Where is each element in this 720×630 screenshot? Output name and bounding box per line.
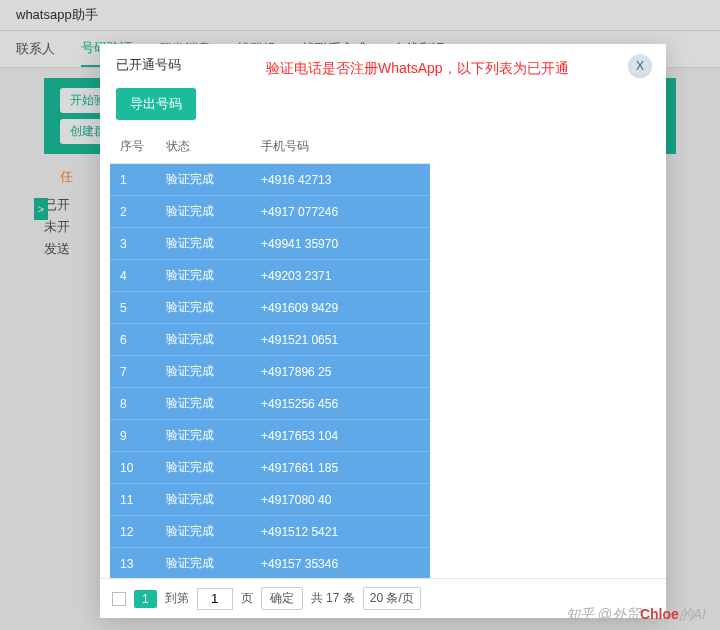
- cell-status: 验证完成: [156, 452, 251, 484]
- cell-status: 验证完成: [156, 292, 251, 324]
- cell-phone: +4917896 25: [251, 356, 430, 388]
- verified-numbers-modal: 已开通号码 验证电话是否注册WhatsApp，以下列表为已开通 X 导出号码 序…: [100, 44, 666, 618]
- cell-idx: 11: [110, 484, 156, 516]
- cell-status: 验证完成: [156, 356, 251, 388]
- cell-idx: 2: [110, 196, 156, 228]
- cell-status: 验证完成: [156, 260, 251, 292]
- cell-idx: 3: [110, 228, 156, 260]
- cell-phone: +4916 42713: [251, 164, 430, 196]
- cell-phone: +49203 2371: [251, 260, 430, 292]
- cell-idx: 13: [110, 548, 156, 579]
- cell-phone: +491512 5421: [251, 516, 430, 548]
- col-index: 序号: [110, 130, 156, 164]
- table-row[interactable]: 5验证完成+491609 9429: [110, 292, 430, 324]
- cell-idx: 12: [110, 516, 156, 548]
- page-current[interactable]: 1: [134, 590, 157, 608]
- cell-idx: 10: [110, 452, 156, 484]
- cell-status: 验证完成: [156, 516, 251, 548]
- cell-phone: +4917080 40: [251, 484, 430, 516]
- cell-idx: 9: [110, 420, 156, 452]
- cell-phone: +4915256 456: [251, 388, 430, 420]
- cell-status: 验证完成: [156, 420, 251, 452]
- close-icon[interactable]: X: [628, 54, 652, 78]
- cell-status: 验证完成: [156, 548, 251, 579]
- cell-phone: +49941 35970: [251, 228, 430, 260]
- col-phone: 手机号码: [251, 130, 430, 164]
- cell-idx: 7: [110, 356, 156, 388]
- cell-phone: +4917 077246: [251, 196, 430, 228]
- pager-total: 共 17 条: [311, 590, 355, 607]
- cell-status: 验证完成: [156, 324, 251, 356]
- table-row[interactable]: 11验证完成+4917080 40: [110, 484, 430, 516]
- pager-page-suffix: 页: [241, 590, 253, 607]
- cell-status: 验证完成: [156, 388, 251, 420]
- col-status: 状态: [156, 130, 251, 164]
- table-row[interactable]: 7验证完成+4917896 25: [110, 356, 430, 388]
- cell-idx: 8: [110, 388, 156, 420]
- table-row[interactable]: 8验证完成+4915256 456: [110, 388, 430, 420]
- cell-status: 验证完成: [156, 484, 251, 516]
- cell-idx: 6: [110, 324, 156, 356]
- export-button[interactable]: 导出号码: [116, 88, 196, 120]
- modal-title: 已开通号码: [116, 56, 246, 74]
- table-row[interactable]: 13验证完成+49157 35346: [110, 548, 430, 579]
- table-row[interactable]: 4验证完成+49203 2371: [110, 260, 430, 292]
- cell-status: 验证完成: [156, 164, 251, 196]
- table-row[interactable]: 1验证完成+4916 42713: [110, 164, 430, 196]
- table-row[interactable]: 9验证完成+4917653 104: [110, 420, 430, 452]
- cell-idx: 1: [110, 164, 156, 196]
- table-row[interactable]: 10验证完成+4917661 185: [110, 452, 430, 484]
- table-row[interactable]: 3验证完成+49941 35970: [110, 228, 430, 260]
- select-all-checkbox[interactable]: [112, 592, 126, 606]
- pager-reach-label: 到第: [165, 590, 189, 607]
- cell-phone: +491521 0651: [251, 324, 430, 356]
- cell-status: 验证完成: [156, 228, 251, 260]
- cell-phone: +49157 35346: [251, 548, 430, 579]
- cell-phone: +491609 9429: [251, 292, 430, 324]
- cell-idx: 5: [110, 292, 156, 324]
- modal-note: 验证电话是否注册WhatsApp，以下列表为已开通: [266, 60, 569, 78]
- page-size-select[interactable]: 20 条/页: [363, 587, 421, 610]
- table-row[interactable]: 2验证完成+4917 077246: [110, 196, 430, 228]
- table-row[interactable]: 6验证完成+491521 0651: [110, 324, 430, 356]
- cell-phone: +4917653 104: [251, 420, 430, 452]
- page-goto-input[interactable]: [197, 588, 233, 610]
- cell-phone: +4917661 185: [251, 452, 430, 484]
- table-row[interactable]: 12验证完成+491512 5421: [110, 516, 430, 548]
- page-confirm-button[interactable]: 确定: [261, 587, 303, 610]
- watermark: 知乎 @外贸Chloe的AI: [566, 606, 706, 624]
- cell-status: 验证完成: [156, 196, 251, 228]
- cell-idx: 4: [110, 260, 156, 292]
- numbers-table: 序号 状态 手机号码 1验证完成+4916 427132验证完成+4917 07…: [110, 130, 430, 578]
